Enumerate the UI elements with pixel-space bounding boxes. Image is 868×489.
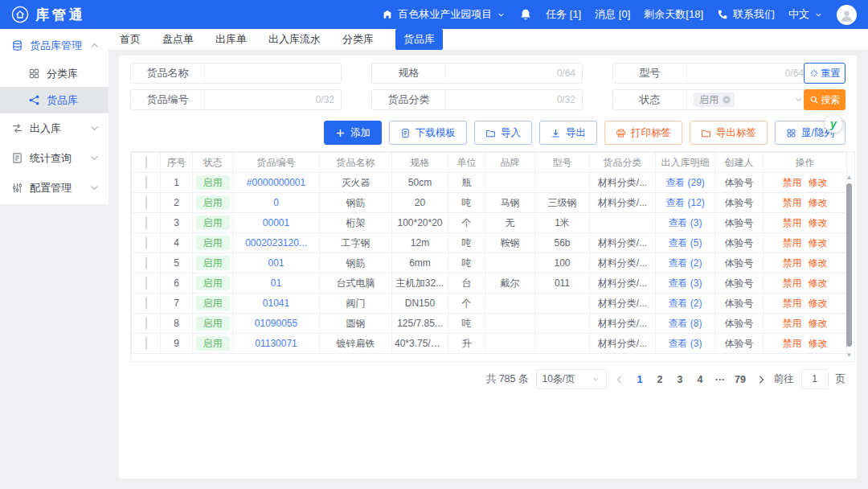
row-checkbox[interactable] — [145, 337, 147, 350]
tab-5[interactable]: 货品库 — [395, 29, 443, 50]
sidebar-group-3[interactable]: 配置管理 — [0, 173, 108, 203]
reset-button[interactable]: 重置 — [804, 63, 845, 84]
tab-2[interactable]: 出库单 — [215, 32, 247, 47]
disable-link[interactable]: 禁用 — [783, 237, 802, 249]
toolbar-button-1[interactable]: 下载模板 — [389, 121, 467, 145]
select-all-checkbox[interactable] — [145, 156, 147, 169]
view-detail-link[interactable]: 查看 (8) — [669, 318, 702, 329]
toolbar-button-3[interactable]: 导出 — [539, 121, 597, 145]
goods-code-link[interactable]: 01 — [271, 277, 281, 289]
view-detail-link[interactable]: 查看 (3) — [669, 338, 702, 349]
sidebar: 货品库管理分类库货品库出入库统计查询配置管理 — [0, 29, 108, 204]
goods-code-link[interactable]: 01041 — [263, 298, 289, 309]
modify-link[interactable]: 修改 — [809, 177, 828, 188]
modify-link[interactable]: 修改 — [809, 338, 828, 349]
row-checkbox[interactable] — [145, 257, 147, 269]
sidebar-item-0-0[interactable]: 分类库 — [0, 60, 108, 87]
notification-bell-icon[interactable] — [519, 8, 532, 21]
goods-code-link[interactable]: 00001 — [263, 217, 289, 228]
scroll-up-arrow-icon[interactable]: ▲ — [845, 174, 854, 182]
row-checkbox[interactable] — [145, 297, 147, 310]
tasks-link[interactable]: 任务 [1] — [546, 7, 581, 22]
modify-link[interactable]: 修改 — [809, 237, 828, 249]
view-detail-link[interactable]: 查看 (3) — [669, 277, 702, 289]
row-checkbox[interactable] — [145, 277, 147, 290]
sidebar-group-1[interactable]: 出入库 — [0, 113, 108, 143]
row-checkbox[interactable] — [145, 216, 147, 229]
row-checkbox[interactable] — [145, 236, 147, 249]
view-detail-link[interactable]: 查看 (2) — [669, 257, 702, 269]
sidebar-item-0-1[interactable]: 货品库 — [0, 87, 108, 113]
modify-link[interactable]: 修改 — [809, 298, 828, 309]
view-detail-link[interactable]: 查看 (3) — [669, 217, 702, 228]
modify-link[interactable]: 修改 — [809, 257, 828, 269]
goods-code-link[interactable]: #0000000001 — [247, 177, 305, 188]
search-input-2[interactable]: 0/64 — [687, 64, 810, 83]
page-button-79[interactable]: 79 — [733, 374, 748, 385]
disable-link[interactable]: 禁用 — [783, 197, 802, 208]
goods-code-link[interactable]: 001 — [268, 257, 284, 269]
disable-link[interactable]: 禁用 — [783, 277, 802, 289]
scroll-down-arrow-icon[interactable]: ▼ — [845, 351, 854, 360]
close-circle-icon[interactable] — [722, 95, 731, 105]
toolbar-button-4[interactable]: 打印标签 — [604, 121, 682, 145]
tab-4[interactable]: 分类库 — [342, 32, 374, 47]
modify-link[interactable]: 修改 — [809, 197, 828, 208]
row-checkbox[interactable] — [145, 317, 147, 330]
search-input-0[interactable] — [205, 64, 341, 83]
sidebar-group-2[interactable]: 统计查询 — [0, 143, 108, 173]
disable-link[interactable]: 禁用 — [783, 257, 802, 269]
page-button-3[interactable]: 3 — [673, 374, 688, 385]
disable-link[interactable]: 禁用 — [783, 338, 802, 349]
search-input-1[interactable]: 0/64 — [446, 64, 582, 83]
page-button-4[interactable]: 4 — [693, 374, 708, 385]
row-checkbox[interactable] — [145, 176, 147, 189]
modify-link[interactable]: 修改 — [809, 217, 828, 228]
status-select[interactable]: 启用 — [687, 90, 810, 109]
view-detail-link[interactable]: 查看 (5) — [669, 237, 702, 249]
page-button-1[interactable]: 1 — [633, 374, 648, 385]
disable-link[interactable]: 禁用 — [783, 298, 802, 309]
floating-helper-badge[interactable]: y — [825, 115, 842, 133]
cell-status: 启用 — [193, 334, 233, 354]
disable-link[interactable]: 禁用 — [783, 217, 802, 228]
view-detail-link[interactable]: 查看 (12) — [665, 197, 705, 208]
toolbar-button-5[interactable]: 导出标签 — [690, 121, 768, 145]
tab-3[interactable]: 出入库流水 — [268, 32, 321, 47]
language-selector[interactable]: 中文 — [788, 7, 823, 22]
next-page-button[interactable] — [755, 374, 767, 385]
scrollbar-thumb[interactable] — [846, 183, 852, 347]
cell-spec: 20 — [392, 193, 448, 213]
goods-code-link[interactable]: 0 — [273, 197, 279, 208]
project-selector[interactable]: 百色林业产业园项目 — [382, 7, 506, 22]
search-input-4[interactable]: 0/32 — [446, 90, 582, 109]
view-detail-link[interactable]: 查看 (2) — [669, 298, 702, 309]
disable-link[interactable]: 禁用 — [783, 318, 802, 329]
status-tag[interactable]: 启用 — [694, 92, 735, 107]
goods-code-link[interactable]: 01090055 — [255, 318, 297, 329]
contact-us-link[interactable]: 联系我们 — [717, 7, 775, 22]
toolbar-button-0[interactable]: 添加 — [324, 121, 382, 145]
search-input-3[interactable]: 0/32 — [205, 90, 341, 109]
status-badge: 启用 — [196, 195, 230, 210]
modify-link[interactable]: 修改 — [809, 318, 828, 329]
view-detail-link[interactable]: 查看 (29) — [665, 177, 705, 188]
user-avatar[interactable] — [837, 5, 857, 25]
page-button-2[interactable]: 2 — [653, 374, 668, 385]
disable-link[interactable]: 禁用 — [783, 177, 802, 188]
page-size-select[interactable]: 10条/页 — [536, 369, 607, 389]
tab-1[interactable]: 盘点单 — [162, 32, 194, 47]
tab-0[interactable]: 首页 — [120, 32, 141, 47]
toolbar-button-2[interactable]: 导入 — [474, 121, 532, 145]
prev-page-button[interactable] — [614, 374, 625, 385]
cell-status: 启用 — [193, 213, 233, 233]
sidebar-group-0[interactable]: 货品库管理 — [0, 31, 108, 60]
search-button[interactable]: 搜索 — [804, 89, 845, 110]
goods-code-link[interactable]: 0002023120... — [245, 237, 307, 249]
modify-link[interactable]: 修改 — [809, 277, 828, 289]
page-button-···[interactable]: ··· — [713, 374, 728, 385]
row-checkbox[interactable] — [145, 196, 147, 209]
messages-link[interactable]: 消息 [0] — [595, 7, 630, 22]
goto-page-input[interactable]: 1 — [801, 369, 829, 389]
goods-code-link[interactable]: 01130071 — [255, 338, 297, 349]
